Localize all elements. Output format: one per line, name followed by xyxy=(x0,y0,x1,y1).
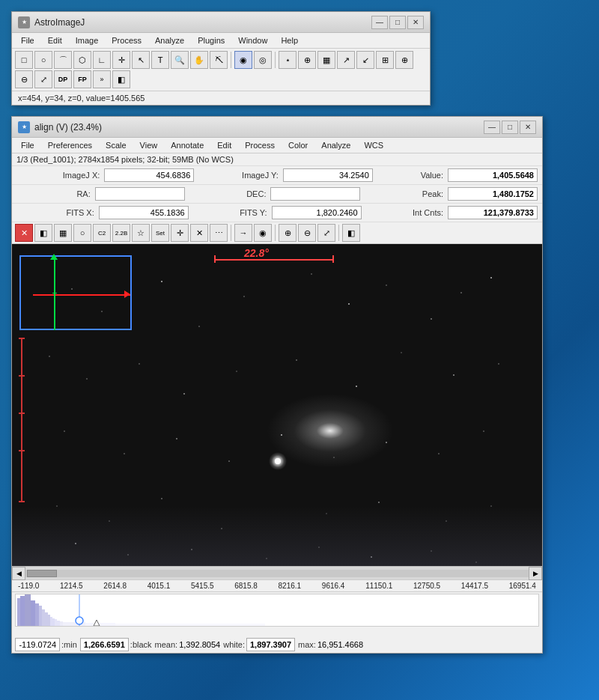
aij-toolbar-title: AstroImageJ xyxy=(34,17,85,28)
image-app-icon: ★ xyxy=(18,121,30,133)
menu-plugins[interactable]: Plugins xyxy=(192,34,231,46)
image-menubar: File Preferences Scale View Annotate Edi… xyxy=(12,138,542,153)
tool-zoom-out[interactable]: ⊖ xyxy=(15,70,33,88)
aij-toolbar-close-button[interactable]: ✕ xyxy=(407,16,424,29)
tool-aperture[interactable]: ◉ xyxy=(234,51,252,69)
img-menu-analyze[interactable]: Analyze xyxy=(315,139,356,151)
img-tool-zoom-out2[interactable]: ⊖ xyxy=(298,224,316,242)
tool-wand[interactable]: ⋆ xyxy=(279,51,297,69)
svg-rect-61 xyxy=(57,621,60,626)
img-tool-x2[interactable]: ✕ xyxy=(190,224,208,242)
max-label: max: xyxy=(298,640,316,649)
img-tool-zoom-in2[interactable]: ⊕ xyxy=(279,224,297,242)
tool-extra5[interactable]: ⊞ xyxy=(376,51,394,69)
tool-magnify[interactable]: 🔍 xyxy=(171,51,189,69)
tool-angle[interactable]: ∟ xyxy=(93,51,111,69)
coords-row-1: ImageJ X: 454.6836 ImageJ Y: 34.2540 Val… xyxy=(12,166,542,185)
img-menu-preferences[interactable]: Preferences xyxy=(42,139,98,151)
tool-freehand[interactable]: ⬡ xyxy=(73,51,91,69)
image-win-controls: — □ ✕ xyxy=(484,121,536,134)
img-tool-arrow-r[interactable]: → xyxy=(234,224,252,242)
scroll-right-button[interactable]: ▶ xyxy=(529,567,542,580)
img-tool-3[interactable]: ▦ xyxy=(54,224,72,242)
menu-window[interactable]: Window xyxy=(232,34,273,46)
coords-row-3: FITS X: 455.1836 FITS Y: 1,820.2460 Int … xyxy=(12,204,542,222)
img-tool-contrast2[interactable]: ◧ xyxy=(342,224,360,242)
image-canvas[interactable]: 22.8° xyxy=(12,244,542,566)
img-tool-cross[interactable]: ✛ xyxy=(171,224,189,242)
svg-rect-62 xyxy=(60,621,63,626)
white-value[interactable]: 1,897.3907 xyxy=(246,638,295,651)
img-tool-fit2[interactable]: ⤢ xyxy=(317,224,335,242)
img-tool-1[interactable]: ✕ xyxy=(15,224,33,242)
svg-rect-60 xyxy=(55,619,57,626)
svg-rect-56 xyxy=(45,612,48,626)
menu-image[interactable]: Image xyxy=(70,34,105,46)
image-restore-button[interactable]: □ xyxy=(502,121,518,134)
tool-rect[interactable]: □ xyxy=(15,51,33,69)
img-menu-color[interactable]: Color xyxy=(282,139,314,151)
tool-poly[interactable]: ⌒ xyxy=(54,51,72,69)
ra-value xyxy=(95,187,185,201)
tool-point[interactable]: ✛ xyxy=(112,51,130,69)
menu-help[interactable]: Help xyxy=(275,34,304,46)
histogram-canvas[interactable] xyxy=(15,594,539,627)
tool-text[interactable]: T xyxy=(151,51,169,69)
tool-zoom-in[interactable]: ⊕ xyxy=(395,51,413,69)
tool-dropper[interactable]: ⛏ xyxy=(210,51,228,69)
img-menu-annotate[interactable]: Annotate xyxy=(165,139,210,151)
tool-fp[interactable]: FP xyxy=(73,70,91,88)
img-tool-aperture3[interactable]: ◉ xyxy=(254,224,272,242)
x-label-5: 6815.8 xyxy=(234,582,258,590)
img-menu-edit[interactable]: Edit xyxy=(211,139,237,151)
min-value[interactable]: -119.0724 xyxy=(15,638,60,651)
tool-aperture2[interactable]: ◎ xyxy=(254,51,272,69)
tool-extra3[interactable]: ↗ xyxy=(337,51,355,69)
tool-more[interactable]: » xyxy=(93,70,111,88)
int-cnts-value: 121,379.8733 xyxy=(448,206,538,219)
tool-contrast[interactable]: ◧ xyxy=(112,70,130,88)
img-tool-c2[interactable]: C2 xyxy=(93,224,111,242)
menu-process[interactable]: Process xyxy=(106,34,148,46)
img-tool-228[interactable]: 2.2B xyxy=(112,224,130,242)
tool-oval[interactable]: ○ xyxy=(34,51,52,69)
scroll-track[interactable] xyxy=(25,570,529,577)
img-tool-star[interactable]: ☆ xyxy=(132,224,150,242)
tool-extra2[interactable]: ▦ xyxy=(317,51,335,69)
svg-rect-54 xyxy=(39,606,42,626)
image-minimize-button[interactable]: — xyxy=(484,121,500,134)
img-tool-circle[interactable]: ○ xyxy=(73,224,91,242)
image-close-button[interactable]: ✕ xyxy=(520,121,536,134)
x-label-0: -119.0 xyxy=(18,582,39,590)
img-tool-set[interactable]: Set xyxy=(151,224,169,242)
ra-label: RA: xyxy=(16,189,94,198)
menu-file[interactable]: File xyxy=(15,34,40,46)
menu-analyze[interactable]: Analyze xyxy=(149,34,190,46)
x-label-3: 4015.1 xyxy=(148,582,171,590)
tool-dp[interactable]: DP xyxy=(54,70,72,88)
img-menu-file[interactable]: File xyxy=(15,139,40,151)
black-value[interactable]: 1,266.6591 xyxy=(80,638,129,651)
tool-arrow[interactable]: ↖ xyxy=(132,51,150,69)
img-menu-scale[interactable]: Scale xyxy=(100,139,133,151)
scroll-thumb[interactable] xyxy=(27,570,57,577)
imagej-x-label: ImageJ X: xyxy=(16,171,103,180)
img-toolbar-sep xyxy=(231,225,231,241)
tool-fit[interactable]: ⤢ xyxy=(34,70,52,88)
img-tool-2[interactable]: ◧ xyxy=(34,224,52,242)
menu-edit[interactable]: Edit xyxy=(42,34,68,46)
toolbar-separator-2 xyxy=(275,52,276,68)
imagej-x-value: 454.6836 xyxy=(104,168,194,182)
scroll-left-button[interactable]: ◀ xyxy=(12,567,25,580)
int-cnts-label: Int Cnts: xyxy=(363,208,446,217)
aij-toolbar-minimize-button[interactable]: — xyxy=(371,16,388,29)
tool-extra4[interactable]: ↙ xyxy=(356,51,374,69)
tool-extra1[interactable]: ⊕ xyxy=(298,51,316,69)
img-menu-process[interactable]: Process xyxy=(239,139,281,151)
aij-toolbar-restore-button[interactable]: □ xyxy=(389,16,406,29)
img-tool-dots[interactable]: ⋯ xyxy=(210,224,228,242)
img-menu-wcs[interactable]: WCS xyxy=(358,139,389,151)
img-menu-view[interactable]: View xyxy=(134,139,164,151)
mean-value: 1,392.8054 xyxy=(179,640,220,649)
tool-scroll[interactable]: ✋ xyxy=(190,51,208,69)
